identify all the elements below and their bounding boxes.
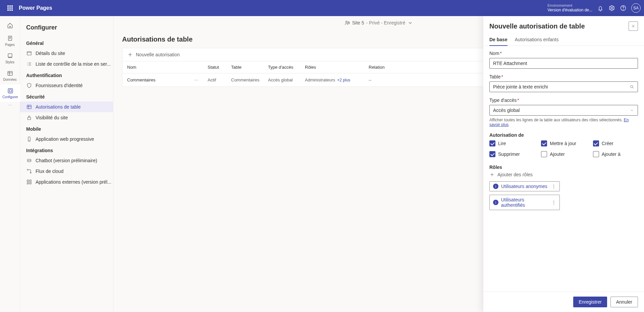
tab-children[interactable]: Autorisations enfants	[515, 35, 559, 46]
svg-point-16	[28, 160, 29, 161]
group-mobile: Mobile	[20, 123, 113, 134]
add-roles-button[interactable]: Ajouter des rôles	[489, 172, 638, 177]
user-avatar[interactable]: SA	[631, 3, 641, 13]
environment-picker[interactable]: Environnement Version d'évaluation de...	[545, 3, 592, 13]
save-button[interactable]: Enregistrer	[573, 297, 607, 307]
svg-rect-15	[28, 159, 31, 162]
info-icon: i	[493, 200, 498, 205]
svg-point-4	[623, 9, 624, 10]
name-field[interactable]	[489, 58, 638, 69]
app-launcher-icon[interactable]	[3, 0, 17, 16]
env-name: Version d'évaluation de...	[547, 8, 592, 13]
group-integrations: Intégrations	[20, 144, 113, 155]
apps-icon	[26, 179, 32, 185]
panel-title: Nouvelle autorisation de table	[489, 22, 585, 30]
label-table: Table*	[489, 74, 638, 79]
rail-configurer[interactable]: Configurer	[0, 84, 20, 102]
role-chip[interactable]: iUtilisateurs anonymes⋮	[489, 181, 560, 191]
svg-point-18	[27, 169, 28, 170]
svg-rect-25	[348, 22, 350, 24]
row-name: Commentaires	[127, 77, 194, 82]
top-bar: Power Pages Environnement Version d'éval…	[0, 0, 644, 16]
rail-styles[interactable]: Styles	[0, 50, 20, 67]
access-help: Afficher toutes les lignes de la table a…	[489, 118, 638, 127]
row-role: Administrateurs	[305, 77, 335, 82]
settings-icon[interactable]	[608, 5, 615, 11]
col-name[interactable]: Nom	[127, 65, 194, 70]
permission-ajouter[interactable]: Ajouter	[541, 151, 586, 157]
cancel-button[interactable]: Annuler	[610, 297, 638, 307]
search-icon	[630, 84, 634, 89]
info-icon: i	[493, 184, 498, 189]
svg-rect-8	[8, 88, 12, 93]
svg-point-26	[631, 85, 633, 88]
rail-more-icon[interactable]: ⋯	[8, 103, 12, 107]
svg-point-2	[611, 7, 613, 9]
checkbox[interactable]	[489, 151, 495, 157]
help-icon[interactable]	[620, 5, 627, 11]
shield-icon	[26, 82, 32, 88]
row-more-icon[interactable]: ⋯	[194, 77, 208, 82]
label-roles: Rôles	[489, 165, 638, 170]
svg-rect-9	[9, 90, 11, 92]
sidebar-item-table-permissions[interactable]: Autorisations de table	[20, 102, 113, 112]
svg-point-19	[30, 172, 31, 173]
checkbox[interactable]	[593, 140, 599, 146]
crumb-site: Site 5	[352, 20, 364, 25]
col-access[interactable]: Type d'accès	[268, 65, 305, 70]
tab-base[interactable]: De base	[489, 35, 507, 46]
rail-pages[interactable]: Pages	[0, 32, 20, 50]
rail-home[interactable]	[0, 19, 20, 32]
table-field[interactable]: Pièce jointe à texte enrichi	[489, 81, 638, 92]
permission-créer[interactable]: Créer	[593, 140, 638, 146]
sidebar-item-identity[interactable]: Fournisseurs d'identité	[20, 80, 113, 91]
sidebar-item-checklist[interactable]: Liste de contrôle de la mise en ser...	[20, 59, 113, 69]
access-field[interactable]: Accès global	[489, 105, 638, 116]
permission-ajouter-à[interactable]: Ajouter à	[593, 151, 638, 157]
sidebar-item-cloud-flows[interactable]: Flux de cloud	[20, 166, 113, 177]
home-icon	[7, 22, 13, 29]
col-roles[interactable]: Rôles	[305, 65, 369, 70]
checkbox[interactable]	[541, 140, 547, 146]
permission-supprimer[interactable]: Supprimer	[489, 151, 534, 157]
row-role-more[interactable]: +2 plus	[337, 78, 350, 82]
permission-lire[interactable]: Lire	[489, 140, 534, 146]
permission-mettre-à-jour[interactable]: Mettre à jour	[541, 140, 586, 146]
rail-data[interactable]: Données	[0, 67, 20, 84]
svg-rect-12	[28, 117, 31, 120]
row-table: Commentaires	[231, 77, 268, 82]
details-icon	[26, 50, 32, 56]
col-table[interactable]: Table	[231, 65, 268, 70]
sidebar-item-external-apps[interactable]: Applications externes (version prél...	[20, 177, 113, 187]
chip-more-icon[interactable]: ⋮	[551, 200, 556, 205]
close-button[interactable]	[629, 21, 638, 31]
sidebar-item-chatbot[interactable]: Chatbot (version préliminaire)	[20, 155, 113, 166]
checkbox[interactable]	[593, 151, 599, 157]
sidebar-item-pwa[interactable]: Application web progressive	[20, 134, 113, 144]
col-status[interactable]: Statut	[208, 65, 231, 70]
configurer-icon	[7, 87, 14, 94]
svg-point-24	[345, 21, 347, 23]
svg-rect-7	[8, 71, 12, 75]
svg-rect-11	[27, 105, 31, 109]
chip-more-icon[interactable]: ⋮	[551, 184, 556, 189]
sidebar-title: Configurer	[20, 19, 113, 37]
checkbox[interactable]	[541, 151, 547, 157]
chatbot-icon	[26, 158, 32, 164]
checklist-icon	[26, 61, 32, 67]
notifications-icon[interactable]	[597, 5, 604, 11]
styles-icon	[7, 53, 13, 59]
lock-icon	[26, 115, 32, 121]
role-chip[interactable]: iUtilisateurs authentifiés⋮	[489, 195, 560, 210]
brand-title: Power Pages	[19, 5, 52, 11]
group-general: Général	[20, 37, 113, 48]
svg-rect-21	[30, 180, 32, 182]
panel-tabs: De base Autorisations enfants	[483, 35, 644, 46]
mobile-icon	[26, 136, 32, 142]
env-label: Environnement	[547, 3, 592, 8]
pages-icon	[7, 35, 13, 42]
checkbox[interactable]	[489, 140, 495, 146]
svg-rect-6	[8, 54, 12, 57]
sidebar-item-details[interactable]: Détails du site	[20, 48, 113, 59]
sidebar-item-visibility[interactable]: Visibilité du site	[20, 112, 113, 123]
